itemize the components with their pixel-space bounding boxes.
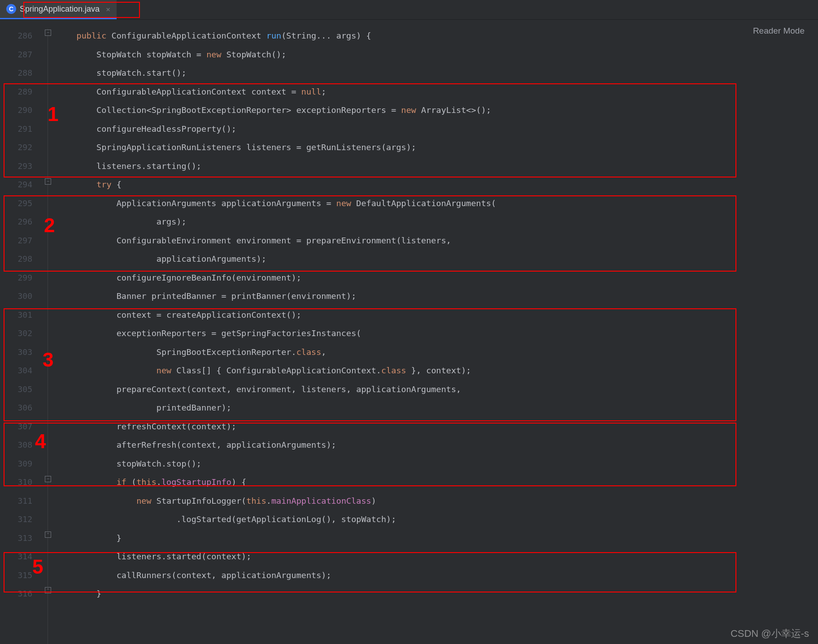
code-line[interactable]: SpringBootExceptionReporter.class, bbox=[57, 343, 818, 362]
fold-toggle-icon[interactable]: ⌃ bbox=[45, 587, 51, 593]
tab-bar: C SpringApplication.java ✕ bbox=[0, 0, 818, 20]
line-number: 302 bbox=[0, 324, 32, 343]
line-number: 294 bbox=[0, 175, 32, 194]
line-number: 291 bbox=[0, 120, 32, 138]
editor-tab[interactable]: C SpringApplication.java ✕ bbox=[0, 0, 117, 19]
line-number: 310 bbox=[0, 473, 32, 492]
fold-toggle-icon[interactable]: − bbox=[45, 476, 51, 482]
code-line[interactable]: configureIgnoreBeanInfo(environment); bbox=[57, 268, 818, 287]
line-number: 290 bbox=[0, 101, 32, 120]
line-number: 300 bbox=[0, 287, 32, 306]
reader-mode-toggle[interactable]: Reader Mode bbox=[753, 26, 805, 36]
line-number: 301 bbox=[0, 306, 32, 324]
code-line[interactable]: } bbox=[57, 584, 818, 603]
code-line[interactable]: exceptionReporters = getSpringFactoriesI… bbox=[57, 324, 818, 343]
code-line[interactable]: new Class[] { ConfigurableApplicationCon… bbox=[57, 361, 818, 380]
close-icon[interactable]: ✕ bbox=[106, 5, 110, 13]
line-number: 315 bbox=[0, 566, 32, 585]
code-line[interactable]: Banner printedBanner = printBanner(envir… bbox=[57, 287, 818, 306]
line-number: 306 bbox=[0, 398, 32, 417]
code-line[interactable]: callRunners(context, applicationArgument… bbox=[57, 566, 818, 585]
line-number: 292 bbox=[0, 138, 32, 157]
line-number: 287 bbox=[0, 45, 32, 64]
code-line[interactable]: ApplicationArguments applicationArgument… bbox=[57, 194, 818, 213]
code-line[interactable]: applicationArguments); bbox=[57, 250, 818, 268]
line-number: 289 bbox=[0, 82, 32, 101]
line-number: 316 bbox=[0, 584, 32, 603]
line-number: 304 bbox=[0, 361, 32, 380]
tab-label: SpringApplication.java bbox=[20, 4, 100, 14]
line-number: 312 bbox=[0, 510, 32, 529]
code-line[interactable]: refreshContext(context); bbox=[57, 417, 818, 436]
line-number: 309 bbox=[0, 454, 32, 473]
fold-toggle-icon[interactable]: − bbox=[45, 30, 51, 36]
code-line[interactable]: try { bbox=[57, 175, 818, 194]
line-number: 299 bbox=[0, 268, 32, 287]
line-number: 298 bbox=[0, 250, 32, 268]
line-number: 293 bbox=[0, 157, 32, 176]
line-number: 314 bbox=[0, 547, 32, 566]
code-line[interactable]: if (this.logStartupInfo) { bbox=[57, 473, 818, 492]
code-line[interactable]: .logStarted(getApplicationLog(), stopWat… bbox=[57, 510, 818, 529]
code-line[interactable]: } bbox=[57, 529, 818, 548]
code-line[interactable]: public ConfigurableApplicationContext ru… bbox=[57, 26, 818, 45]
code-line[interactable]: listeners.starting(); bbox=[57, 157, 818, 176]
watermark: CSDN @小幸运-s bbox=[731, 627, 809, 640]
code-line[interactable]: StopWatch stopWatch = new StopWatch(); bbox=[57, 45, 818, 64]
line-number: 303 bbox=[0, 343, 32, 362]
line-number: 305 bbox=[0, 380, 32, 399]
fold-gutter: − − − ⌃ ⌃ bbox=[40, 20, 57, 644]
code-line[interactable]: stopWatch.start(); bbox=[57, 64, 818, 82]
code-line[interactable]: stopWatch.stop(); bbox=[57, 454, 818, 473]
code-area[interactable]: public ConfigurableApplicationContext ru… bbox=[57, 20, 818, 644]
line-number: 307 bbox=[0, 417, 32, 436]
class-icon: C bbox=[6, 4, 16, 14]
line-number: 313 bbox=[0, 529, 32, 548]
editor: 2862872882892902912922932942952962972982… bbox=[0, 20, 818, 644]
code-line[interactable]: afterRefresh(context, applicationArgumen… bbox=[57, 436, 818, 454]
code-line[interactable]: new StartupInfoLogger(this.mainApplicati… bbox=[57, 492, 818, 510]
code-line[interactable]: ConfigurableApplicationContext context =… bbox=[57, 82, 818, 101]
line-number-gutter: 2862872882892902912922932942952962972982… bbox=[0, 20, 40, 644]
code-line[interactable]: prepareContext(context, environment, lis… bbox=[57, 380, 818, 399]
line-number: 288 bbox=[0, 64, 32, 82]
code-line[interactable]: args); bbox=[57, 212, 818, 231]
code-line[interactable]: ConfigurableEnvironment environment = pr… bbox=[57, 231, 818, 250]
scrollbar[interactable] bbox=[810, 20, 818, 644]
code-line[interactable]: printedBanner); bbox=[57, 398, 818, 417]
fold-toggle-icon[interactable]: ⌃ bbox=[45, 532, 51, 538]
code-line[interactable]: context = createApplicationContext(); bbox=[57, 306, 818, 324]
code-line[interactable]: configureHeadlessProperty(); bbox=[57, 120, 818, 138]
code-line[interactable]: SpringApplicationRunListeners listeners … bbox=[57, 138, 818, 157]
code-line[interactable]: listeners.started(context); bbox=[57, 547, 818, 566]
fold-toggle-icon[interactable]: − bbox=[45, 178, 51, 185]
line-number: 295 bbox=[0, 194, 32, 213]
line-number: 286 bbox=[0, 26, 32, 45]
line-number: 311 bbox=[0, 492, 32, 510]
line-number: 308 bbox=[0, 436, 32, 454]
line-number: 296 bbox=[0, 212, 32, 231]
line-number: 297 bbox=[0, 231, 32, 250]
code-line[interactable]: Collection<SpringBootExceptionReporter> … bbox=[57, 101, 818, 120]
